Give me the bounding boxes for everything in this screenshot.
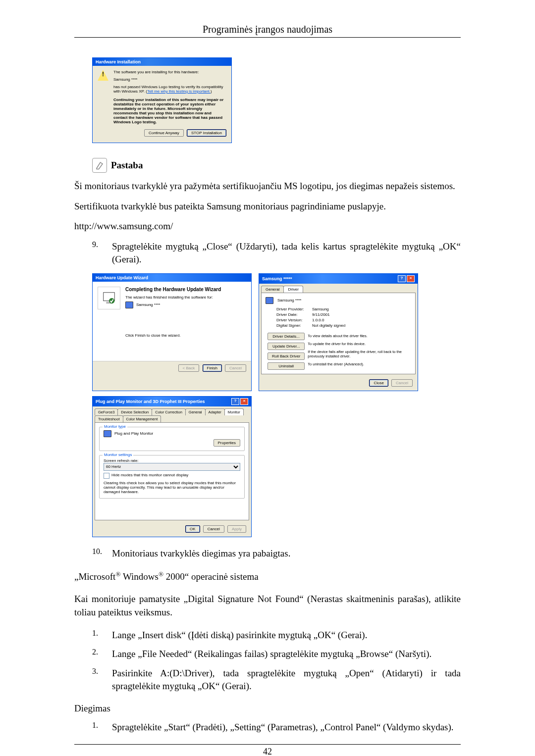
date-value: 9/11/2001 xyxy=(312,312,330,317)
tab-color-correction[interactable]: Color Correction xyxy=(152,408,186,415)
monitor-icon xyxy=(125,302,133,308)
monitor-icon xyxy=(104,430,111,437)
signer-label: Digital Signer: xyxy=(276,323,312,328)
rollback-driver-button[interactable]: Roll Back Driver xyxy=(268,353,305,360)
s1: Lange „Insert disk“ (Įdėti diską) pasiri… xyxy=(112,629,461,642)
hide-modes-checkbox[interactable] xyxy=(104,473,109,479)
hw-warning-bold: Continuing your installation of this sof… xyxy=(113,98,226,124)
warning-icon xyxy=(98,70,108,81)
tab-color-management[interactable]: Color Management xyxy=(123,415,161,422)
list-number-9: 9. xyxy=(92,240,103,266)
version-value: 1.0.0.0 xyxy=(312,318,324,322)
hardware-update-wizard-dialog: Hardware Update Wizard Completing the Ha… xyxy=(92,273,252,391)
samsung-url: http://www.samsung.com/ xyxy=(74,220,461,233)
update-driver-button[interactable]: Update Driver... xyxy=(268,343,305,350)
pnp-apply-button: Apply xyxy=(227,525,246,533)
note-icon xyxy=(92,158,107,173)
hide-modes-label: Hide modes that this monitor cannot disp… xyxy=(111,473,188,479)
header-divider xyxy=(74,37,461,38)
stop-installation-button[interactable]: STOP Installation xyxy=(187,129,226,137)
wizard-heading: Completing the Hardware Update Wizard xyxy=(125,287,246,292)
details-desc: To view details about the driver files. xyxy=(308,333,411,338)
wizard-finish-line: Click Finish to close the wizard. xyxy=(125,333,246,338)
pnp-monitor-properties-dialog: Plug and Play Monitor and 3D Prophet III… xyxy=(92,396,252,537)
tab-general[interactable]: General xyxy=(261,286,284,293)
paragraph-1: Ši monitoriaus tvarkyklė yra pažymėta se… xyxy=(74,180,461,193)
help-icon[interactable]: ? xyxy=(398,275,406,282)
props-title: Samsung ***** xyxy=(262,276,292,281)
page-header-title: Programinės įrangos naudojimas xyxy=(74,24,461,35)
date-label: Driver Date: xyxy=(276,312,312,317)
version-label: Driver Version: xyxy=(276,318,312,322)
wizard-title: Hardware Update Wizard xyxy=(96,275,148,280)
list-number-1: 1. xyxy=(92,629,103,642)
wizard-hero-icon xyxy=(98,287,120,309)
driver-details-button[interactable]: Driver Details... xyxy=(268,333,305,340)
hw-device-name: Samsung **** xyxy=(113,77,226,82)
tab-monitor[interactable]: Monitor xyxy=(224,408,244,415)
signer-value: Not digitally signed xyxy=(312,323,345,328)
pnp-title: Plug and Play Monitor and 3D Prophet III… xyxy=(96,399,205,404)
hw-compat-text: has not passed Windows Logo testing to v… xyxy=(113,85,226,94)
footer-divider xyxy=(74,744,461,745)
refresh-rate-label: Screen refresh rate: xyxy=(104,458,240,463)
paragraph-2: Sertifikuota tvarkyklė bus pateikta Sams… xyxy=(74,200,461,213)
tell-me-why-link[interactable]: Tell me why this testing is important. xyxy=(147,89,211,94)
uninstall-desc: To uninstall the driver (Advanced). xyxy=(308,361,411,366)
wizard-device: Samsung **** xyxy=(136,302,160,307)
step-9-text: Spragtelėkite mygtuką „Close“ (Uždaryti)… xyxy=(112,240,461,266)
close-icon[interactable]: × xyxy=(407,275,415,282)
list-number-10: 10. xyxy=(92,547,103,560)
wizard-cancel-button: Cancel xyxy=(225,364,246,372)
install-heading: Diegimas xyxy=(74,703,461,714)
note-label: Pastaba xyxy=(111,160,143,171)
wizard-finish-button[interactable]: Finish xyxy=(203,364,222,372)
rollback-desc: If the device fails after updating the d… xyxy=(308,349,411,358)
monitor-type-legend: Monitor type xyxy=(103,424,127,429)
monitor-icon xyxy=(266,297,273,304)
page-number: 42 xyxy=(74,747,461,756)
os-line: „Microsoft® Windows® 2000“ operacinė sis… xyxy=(74,570,461,584)
pnp-properties-button[interactable]: Properties xyxy=(214,439,240,447)
tab-troubleshoot[interactable]: Troubleshoot xyxy=(95,415,123,422)
help-icon[interactable]: ? xyxy=(231,398,239,405)
wizard-line: The wizard has finished installing the s… xyxy=(125,295,246,300)
props-cancel-button: Cancel xyxy=(391,379,413,387)
driver-properties-dialog: Samsung ***** ? × General Driver Samsung… xyxy=(259,273,418,391)
dialog-title: Hardware Installation xyxy=(93,58,231,66)
update-desc: To update the driver for this device. xyxy=(308,341,411,346)
props-device: Samsung **** xyxy=(277,298,301,302)
hw-line1: The software you are installing for this… xyxy=(113,70,226,74)
paragraph-3: Kai monitoriuje pamatysite „Digital Sign… xyxy=(74,593,461,619)
tab-device-selection[interactable]: Device Selection xyxy=(117,408,152,415)
refresh-rate-select[interactable]: 60 Hertz xyxy=(104,463,240,471)
tab-driver[interactable]: Driver xyxy=(283,286,303,293)
provider-value: Samsung xyxy=(312,307,329,311)
pnp-monitor-name: Plug and Play Monitor xyxy=(114,431,153,436)
pnp-ok-button[interactable]: OK xyxy=(185,525,200,533)
pnp-cancel-button[interactable]: Cancel xyxy=(203,525,224,533)
s3: Pasirinkite A:(D:\Driver), tada spragtel… xyxy=(112,667,461,693)
tab-general[interactable]: General xyxy=(185,408,206,415)
d1: Spragtelėkite „Start“ (Pradėti), „Settin… xyxy=(112,721,461,734)
list-number-d1: 1. xyxy=(92,721,103,734)
props-close-button[interactable]: Close xyxy=(369,379,388,387)
close-icon[interactable]: × xyxy=(240,398,248,405)
step-10-text: Monitoriaus tvarkyklės diegimas yra paba… xyxy=(112,547,461,560)
provider-label: Driver Provider: xyxy=(276,307,312,311)
continue-anyway-button[interactable]: Continue Anyway xyxy=(144,129,184,137)
hardware-installation-dialog: Hardware Installation The software you a… xyxy=(92,57,232,143)
list-number-2: 2. xyxy=(92,648,103,661)
tab-adapter[interactable]: Adapter xyxy=(205,408,225,415)
hide-modes-desc: Clearing this check box allows you to se… xyxy=(104,481,240,494)
monitor-settings-legend: Monitor settings xyxy=(103,453,133,457)
uninstall-button[interactable]: Uninstall xyxy=(268,362,305,370)
s2: Lange „File Needed“ (Reikalingas failas)… xyxy=(112,648,461,661)
wizard-back-button: < Back xyxy=(178,364,200,372)
tab-geforce3[interactable]: GeForce3 xyxy=(95,408,118,415)
list-number-3: 3. xyxy=(92,667,103,693)
